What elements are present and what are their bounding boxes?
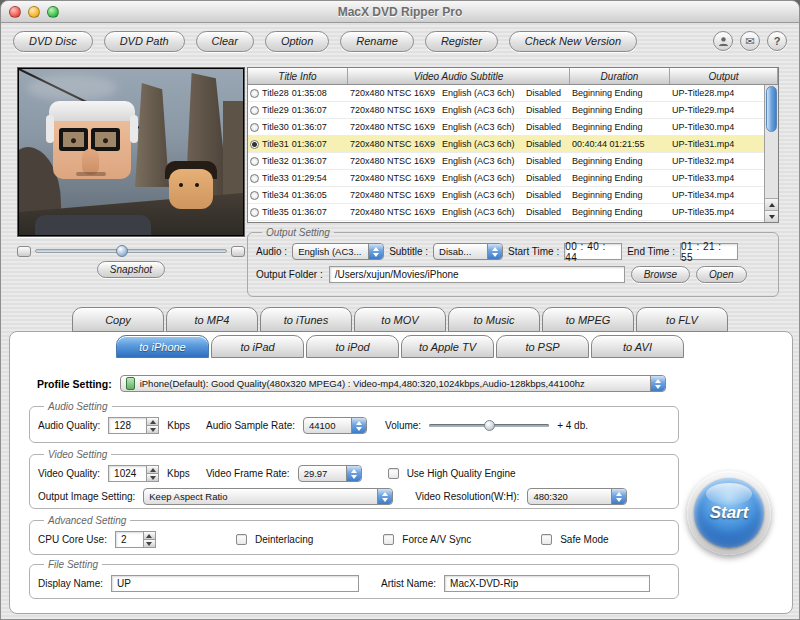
title-video-format: 720x480 NTSC 16X9 — [348, 156, 440, 166]
header-duration: Duration — [570, 68, 670, 84]
tab-to-apple-tv[interactable]: to Apple TV — [401, 335, 494, 358]
deinterlacing-checkbox[interactable] — [236, 534, 247, 545]
title-radio[interactable] — [250, 106, 259, 115]
popup-arrows-icon — [487, 244, 502, 259]
tab-to-flv[interactable]: to FLV — [636, 307, 728, 332]
title-video-format: 720x480 NTSC 16X9 — [348, 105, 440, 115]
video-kbps-label: Kbps — [167, 468, 190, 479]
user-icon[interactable] — [713, 31, 733, 51]
title-output-file: UP-Title31.mp4 — [670, 139, 764, 149]
toolbar-button-dvd-path[interactable]: DVD Path — [104, 31, 185, 52]
tab-to-iphone[interactable]: to iPhone — [116, 335, 209, 358]
start-time-field[interactable]: 00 : 40 : 44 — [564, 243, 622, 260]
russell-eye — [195, 183, 199, 187]
browse-button[interactable]: Browse — [631, 266, 690, 283]
audio-setting-label: Audio Setting — [44, 401, 112, 412]
force-av-sync-checkbox[interactable] — [383, 534, 394, 545]
table-row[interactable]: Title29 01:36:07 720x480 NTSC 16X9 Engli… — [248, 102, 764, 119]
title-radio[interactable] — [250, 208, 259, 217]
seek-thumb[interactable] — [116, 245, 128, 257]
title-name: Title32 — [262, 156, 289, 166]
high-quality-label: Use High Quality Engine — [407, 468, 516, 479]
scroll-down-button[interactable] — [765, 210, 778, 222]
title-output-file: UP-Title35.mp4 — [670, 207, 764, 217]
tab-to-mov[interactable]: to MOV — [354, 307, 446, 332]
subtitle-select[interactable]: Disab... — [433, 243, 503, 260]
table-row[interactable]: Title33 01:29:54 720x480 NTSC 16X9 Engli… — [248, 170, 764, 187]
title-length: 01:36:07 — [292, 105, 327, 115]
tab-to-psp[interactable]: to PSP — [496, 335, 589, 358]
profile-select[interactable]: iPhone(Default): Good Quality(480x320 MP… — [120, 375, 666, 392]
audio-quality-stepper[interactable]: 128 — [108, 417, 159, 434]
tab-to-itunes[interactable]: to iTunes — [260, 307, 352, 332]
image-setting-value: Keep Aspect Ratio — [149, 491, 227, 502]
table-scrollbar[interactable] — [764, 85, 778, 222]
frame-rate-select[interactable]: 29.97 — [298, 465, 362, 482]
seek-left-button[interactable] — [17, 246, 31, 257]
audio-quality-value: 128 — [108, 417, 146, 434]
tab-to-avi[interactable]: to AVI — [591, 335, 684, 358]
display-name-input[interactable]: UP — [111, 575, 359, 592]
toolbar-button-clear[interactable]: Clear — [196, 31, 254, 52]
tab-to-ipad[interactable]: to iPad — [211, 335, 304, 358]
title-radio[interactable] — [250, 174, 259, 183]
audio-select[interactable]: English (AC3... — [292, 243, 384, 260]
header-video-audio-subtitle: Video Audio Subtitle — [348, 68, 570, 84]
seek-right-button[interactable] — [231, 246, 245, 257]
resolution-select[interactable]: 480:320 — [527, 488, 627, 505]
snapshot-button[interactable]: Snapshot — [97, 261, 165, 278]
volume-thumb[interactable] — [484, 420, 495, 431]
title-name: Title31 — [262, 139, 289, 149]
table-row[interactable]: Title35 01:36:07 720x480 NTSC 16X9 Engli… — [248, 204, 764, 221]
tab-copy[interactable]: Copy — [72, 307, 164, 332]
title-radio[interactable] — [250, 123, 259, 132]
scrollbar-thumb[interactable] — [766, 86, 777, 132]
safe-mode-checkbox[interactable] — [541, 534, 552, 545]
title-length: 01:36:05 — [292, 190, 327, 200]
table-row[interactable]: Title31 01:36:07 720x480 NTSC 16X9 Engli… — [248, 136, 764, 153]
toolbar-button-check-new-version[interactable]: Check New Version — [509, 31, 637, 52]
volume-slider[interactable] — [429, 419, 549, 432]
table-row[interactable]: Title28 01:35:08 720x480 NTSC 16X9 Engli… — [248, 85, 764, 102]
video-quality-stepper[interactable]: 1024 — [108, 465, 159, 482]
start-button[interactable]: Start — [694, 478, 764, 548]
scroll-up-button[interactable] — [765, 198, 778, 210]
russell-eye — [179, 183, 183, 187]
title-audio-format: English (AC3 6ch) — [440, 156, 524, 166]
cpu-core-stepper[interactable]: 2 — [115, 531, 156, 548]
cloud-decoration — [27, 75, 117, 101]
high-quality-checkbox[interactable] — [388, 468, 399, 479]
table-row[interactable]: Title34 01:36:05 720x480 NTSC 16X9 Engli… — [248, 187, 764, 204]
format-tabs-row2: to iPhoneto iPadto iPodto Apple TVto PSP… — [1, 335, 799, 358]
table-row[interactable]: Title32 01:36:07 720x480 NTSC 16X9 Engli… — [248, 153, 764, 170]
seek-slider[interactable] — [35, 245, 227, 257]
toolbar-button-option[interactable]: Option — [265, 31, 329, 52]
image-setting-select[interactable]: Keep Aspect Ratio — [143, 488, 393, 505]
mail-icon[interactable]: ✉ — [740, 31, 760, 51]
end-time-field[interactable]: 01 : 21 : 55 — [680, 243, 738, 260]
title-radio[interactable] — [250, 89, 259, 98]
sample-rate-select[interactable]: 44100 — [303, 417, 367, 434]
title-radio[interactable] — [250, 140, 259, 149]
toolbar-button-register[interactable]: Register — [425, 31, 498, 52]
resolution-value: 480:320 — [533, 491, 567, 502]
header-output: Output — [670, 68, 778, 84]
title-radio[interactable] — [250, 157, 259, 166]
tab-to-ipod[interactable]: to iPod — [306, 335, 399, 358]
title-radio[interactable] — [250, 191, 259, 200]
title-subtitle-status: Disabled — [524, 173, 570, 183]
tab-to-music[interactable]: to Music — [448, 307, 540, 332]
iphone-icon — [126, 377, 135, 390]
output-folder-input[interactable]: /Users/xujun/Movies/iPhone — [329, 266, 625, 283]
help-icon[interactable]: ? — [767, 31, 787, 51]
toolbar-button-dvd-disc[interactable]: DVD Disc — [13, 31, 93, 52]
window-title: MacX DVD Ripper Pro — [1, 5, 799, 19]
table-row[interactable]: Title30 01:36:07 720x480 NTSC 16X9 Engli… — [248, 119, 764, 136]
tab-to-mpeg[interactable]: to MPEG — [542, 307, 634, 332]
open-button[interactable]: Open — [696, 266, 746, 283]
title-name: Title29 — [262, 105, 289, 115]
artist-name-input[interactable]: MacX-DVD-Rip — [444, 575, 650, 592]
video-quality-label: Video Quality: — [38, 468, 100, 479]
toolbar-button-rename[interactable]: Rename — [340, 31, 414, 52]
tab-to-mp4[interactable]: to MP4 — [166, 307, 258, 332]
